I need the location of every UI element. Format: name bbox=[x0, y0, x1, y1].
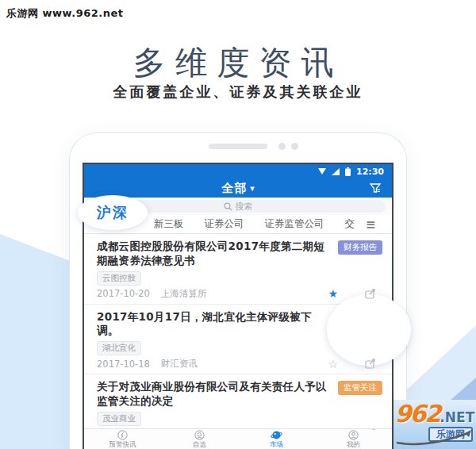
site-watermark-top: 乐游网 www.962.net bbox=[6, 6, 124, 21]
filter-funnel-icon[interactable] bbox=[368, 181, 382, 195]
bottom-nav: 预警快讯 自选 市场 我的 bbox=[84, 428, 392, 449]
news-row[interactable]: 成都云图控股股份有限公司2017年度第二期短期融资券法律意见书 财务报告 云图控… bbox=[84, 234, 392, 305]
phone-speaker bbox=[209, 144, 267, 149]
phone-sensor-dot bbox=[291, 143, 298, 150]
favorite-star-icon[interactable]: ☆ bbox=[328, 428, 338, 430]
callout-bubble-jianguan bbox=[327, 294, 411, 366]
status-bar: 12:30 bbox=[84, 164, 392, 178]
tab-jiao-partial[interactable]: 交 bbox=[345, 217, 355, 231]
app-bar: 全部 ▾ bbox=[84, 178, 392, 198]
tab-zhengquanjianguan[interactable]: 证券监管公司 bbox=[265, 217, 324, 231]
news-row[interactable]: 关于对茂业商业股份有限公司及有关责任人予以监管关注的决定 监管关注 茂业商业 2… bbox=[84, 374, 392, 430]
market-planet-icon bbox=[271, 430, 282, 440]
news-date: 2017-10-20 bbox=[97, 288, 150, 299]
search-icon bbox=[224, 202, 232, 211]
logo-number: 962 bbox=[395, 403, 440, 424]
user-circle-icon bbox=[348, 430, 359, 440]
chevron-down-icon[interactable]: ▾ bbox=[250, 183, 255, 194]
nav-label: 市场 bbox=[270, 441, 283, 448]
favorite-star-icon[interactable]: ☆ bbox=[328, 359, 338, 370]
phone-mockup: 12:30 全部 ▾ 搜索 新三板 证券公司 证券 bbox=[70, 133, 406, 449]
phone-camera-dot bbox=[278, 143, 286, 150]
news-title: 2017年10月17日，湖北宜化主体评级被下调。 bbox=[97, 310, 338, 339]
battery-icon bbox=[345, 167, 351, 176]
nav-item-market[interactable]: 市场 bbox=[238, 429, 315, 449]
site-logo-watermark: 962 .NET 乐游网 bbox=[393, 400, 476, 449]
signal-icon bbox=[332, 168, 340, 175]
nav-label: 预警快讯 bbox=[109, 441, 136, 448]
company-chip[interactable]: 云图控股 bbox=[97, 271, 141, 286]
alert-flash-circle-icon bbox=[117, 430, 128, 440]
promo-screenshot: 乐游网 www.962.net 多维度资讯 全面覆盖企业、证券及其关联企业 12… bbox=[0, 0, 476, 449]
hero-subtitle: 全面覆盖企业、证券及其关联企业 bbox=[0, 83, 476, 102]
callout-bubble-hushen[interactable]: 沪深 bbox=[78, 195, 148, 230]
logo-net-suffix: .NET bbox=[440, 409, 474, 425]
category-badge: 财务报告 bbox=[338, 240, 382, 255]
news-source: 财汇资讯 bbox=[161, 358, 198, 370]
category-badge-highlighted: 监管关注 bbox=[338, 381, 382, 395]
wifi-download-icon bbox=[318, 168, 326, 175]
share-icon[interactable] bbox=[365, 359, 376, 369]
nav-item-watchlist[interactable]: 自选 bbox=[161, 429, 238, 449]
feed-scope-selector[interactable]: 全部 bbox=[221, 181, 247, 196]
news-title: 成都云图控股股份有限公司2017年度第二期短期融资券法律意见书 bbox=[97, 240, 338, 268]
share-icon[interactable] bbox=[365, 429, 376, 430]
search-placeholder: 搜索 bbox=[236, 201, 253, 213]
clock-time: 12:30 bbox=[356, 167, 384, 177]
tab-zhengquangongsi[interactable]: 证券公司 bbox=[205, 217, 244, 231]
tab-xinsanban[interactable]: 新三板 bbox=[154, 217, 184, 231]
tabs-menu-icon[interactable]: ≡ bbox=[366, 217, 375, 232]
share-icon[interactable] bbox=[365, 289, 376, 299]
nav-item-alerts[interactable]: 预警快讯 bbox=[84, 429, 161, 449]
favorite-star-icon[interactable]: ★ bbox=[328, 288, 338, 299]
news-source: 上海清算所 bbox=[161, 288, 207, 300]
company-chip[interactable]: 湖北宜化 bbox=[97, 341, 141, 355]
news-date: 2017-10-18 bbox=[97, 359, 150, 370]
hero-title: 多维度资讯 bbox=[0, 41, 476, 85]
nav-item-profile[interactable]: 我的 bbox=[315, 429, 392, 449]
news-title: 关于对茂业商业股份有限公司及有关责任人予以监管关注的决定 bbox=[97, 380, 338, 409]
company-chip[interactable]: 茂业商业 bbox=[97, 412, 141, 426]
nav-label: 我的 bbox=[347, 441, 360, 448]
nav-label: 自选 bbox=[193, 441, 206, 448]
swoosh-arrow-icon bbox=[395, 427, 474, 447]
watchlist-circle-icon bbox=[194, 430, 205, 440]
tab-hushen-label: 沪深 bbox=[97, 203, 129, 222]
